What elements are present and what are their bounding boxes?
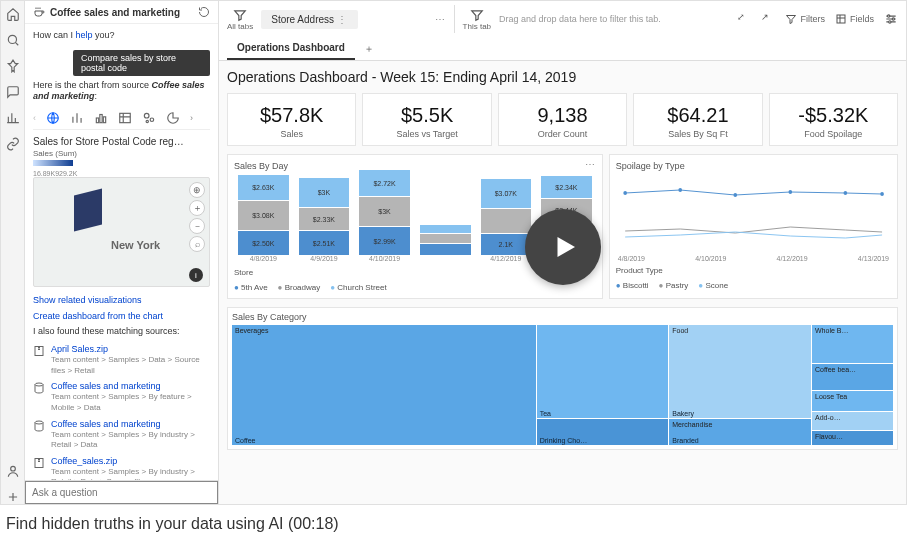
kpi-sales[interactable]: $57.8KSales	[227, 93, 356, 146]
filters-button[interactable]: Filters	[785, 13, 825, 25]
tm-coffeeb: Coffee bea…	[812, 364, 893, 390]
spoilage-card[interactable]: Spoilage by Type 4/8/20194/10/20194/12/2…	[609, 154, 898, 299]
chevron-right-icon[interactable]: ›	[190, 113, 193, 123]
kpi-sales-vs-target[interactable]: $5.5KSales vs Target	[362, 93, 491, 146]
filter-dropzone[interactable]: Drag and drop data here to filter this t…	[499, 14, 661, 24]
coffee-icon	[33, 6, 45, 18]
search-map-icon[interactable]: ⌕	[189, 236, 205, 252]
fullscreen-icon[interactable]: ↗	[761, 12, 775, 26]
svg-point-23	[880, 192, 884, 196]
toolbar-more-icon[interactable]: ⋯	[435, 14, 446, 25]
suggestion-chip[interactable]: Compare sales by store postal code	[73, 50, 210, 76]
assistant-body: How can I help you? Compare sales by sto…	[25, 24, 218, 480]
tm-addon: Add-o…	[812, 412, 893, 429]
this-tab-filter[interactable]: This tab	[463, 8, 491, 31]
link-icon[interactable]	[6, 137, 20, 151]
pin-icon[interactable]	[6, 59, 20, 73]
kpi-food-spoilage[interactable]: -$5.32KFood Spoilage	[769, 93, 898, 146]
svg-point-1	[10, 466, 15, 471]
pie-icon[interactable]	[166, 111, 180, 125]
matching-sources-intro: I also found these matching sources:	[33, 326, 210, 338]
source-item: Coffee_sales.zip Team content > Samples …	[33, 456, 210, 480]
zip-icon	[33, 345, 45, 357]
svg-point-19	[678, 188, 682, 192]
svg-point-7	[144, 113, 149, 118]
tm-drinking: Drinking Cho…	[537, 419, 669, 445]
svg-point-8	[150, 118, 154, 122]
expand-icon[interactable]: ⤢	[737, 12, 751, 26]
map-controls: ⊕ ＋ － ⌕	[189, 182, 205, 252]
tm-beverages: BeveragesCoffee	[232, 325, 536, 445]
add-tab-icon[interactable]: ＋	[361, 41, 377, 57]
zip-icon	[33, 457, 45, 469]
reset-icon[interactable]	[198, 6, 210, 18]
source-path: Team content > Samples > By feature > Mo…	[51, 392, 192, 412]
source-name[interactable]: April Sales.zip	[51, 344, 210, 354]
line-x-axis: 4/8/20194/10/20194/12/20194/13/2019	[616, 255, 891, 262]
help-link[interactable]: help	[76, 30, 93, 40]
video-caption: Find hidden truths in your data using AI…	[0, 505, 907, 537]
globe-icon[interactable]	[46, 111, 60, 125]
map-city-label: New York	[111, 239, 160, 251]
source-path: Team content > Samples > Data > Source f…	[51, 355, 200, 375]
kpi-sales-sqft[interactable]: $64.21Sales By Sq Ft	[633, 93, 762, 146]
data-icon	[33, 382, 45, 394]
treemap-grid: BeveragesCoffee Tea Drinking Cho… FoodBa…	[232, 325, 893, 445]
map-region-shape	[74, 189, 102, 232]
ask-input[interactable]	[25, 481, 218, 504]
treemap-card[interactable]: Sales By Category BeveragesCoffee Tea Dr…	[227, 307, 898, 450]
svg-point-18	[623, 191, 627, 195]
bubble-icon[interactable]	[142, 111, 156, 125]
column-icon[interactable]	[94, 111, 108, 125]
related-viz-link[interactable]: Show related visualizations	[33, 295, 142, 305]
kpi-order-count[interactable]: 9,138Order Count	[498, 93, 627, 146]
crosshair-icon[interactable]: ⊕	[189, 182, 205, 198]
info-icon[interactable]: i	[189, 268, 203, 282]
svg-point-21	[788, 190, 792, 194]
legend-title: Product Type	[616, 266, 891, 275]
home-icon[interactable]	[6, 7, 20, 21]
help-prompt: How can I help you?	[33, 30, 210, 42]
tab-operations[interactable]: Operations Dashboard	[227, 37, 355, 60]
assistant-header: Coffee sales and marketing	[25, 1, 218, 24]
explore-icon[interactable]	[6, 33, 20, 47]
zoom-in-icon[interactable]: ＋	[189, 200, 205, 216]
settings-icon[interactable]	[884, 12, 898, 26]
svg-point-22	[843, 191, 847, 195]
table-icon[interactable]	[118, 111, 132, 125]
svg-point-17	[889, 21, 891, 23]
toolbar: All tabs Store Address ⋮ ⋯ This tab Drag…	[219, 1, 906, 37]
tm-flav: Flavou…	[812, 431, 893, 445]
zoom-out-icon[interactable]: －	[189, 218, 205, 234]
main-area: All tabs Store Address ⋮ ⋯ This tab Drag…	[219, 1, 906, 504]
create-dashboard-link[interactable]: Create dashboard from the chart	[33, 311, 163, 321]
svg-point-11	[35, 383, 43, 386]
source-item: April Sales.zip Team content > Samples >…	[33, 344, 210, 375]
svg-point-16	[892, 18, 894, 20]
source-item: Coffee sales and marketing Team content …	[33, 381, 210, 412]
chevron-left-icon[interactable]: ‹	[33, 113, 36, 123]
assistant-panel: Coffee sales and marketing How can I hel…	[25, 1, 219, 504]
card-more-icon[interactable]: ⋯	[585, 159, 596, 170]
source-name[interactable]: Coffee sales and marketing	[51, 419, 210, 429]
divider	[454, 5, 455, 33]
fields-button[interactable]: Fields	[835, 13, 874, 25]
chat-icon[interactable]	[6, 85, 20, 99]
filter-pill[interactable]: Store Address ⋮	[261, 10, 358, 29]
legend-gradient	[33, 160, 73, 166]
svg-rect-6	[120, 113, 131, 122]
user-icon[interactable]	[6, 464, 20, 478]
add-icon[interactable]	[6, 490, 20, 504]
svg-rect-14	[837, 15, 845, 23]
map-visualization[interactable]: New York ⊕ ＋ － ⌕ i	[33, 177, 210, 287]
source-path: Team content > Samples > By industry > R…	[51, 430, 195, 450]
source-name[interactable]: Coffee sales and marketing	[51, 381, 210, 391]
play-button[interactable]	[525, 209, 601, 285]
tm-tea: Tea	[537, 325, 669, 418]
data-icon	[33, 420, 45, 432]
source-name[interactable]: Coffee_sales.zip	[51, 456, 210, 466]
bar-icon[interactable]	[70, 111, 84, 125]
all-tabs-filter[interactable]: All tabs	[227, 8, 253, 31]
chart-icon[interactable]	[6, 111, 20, 125]
svg-rect-3	[96, 118, 98, 123]
